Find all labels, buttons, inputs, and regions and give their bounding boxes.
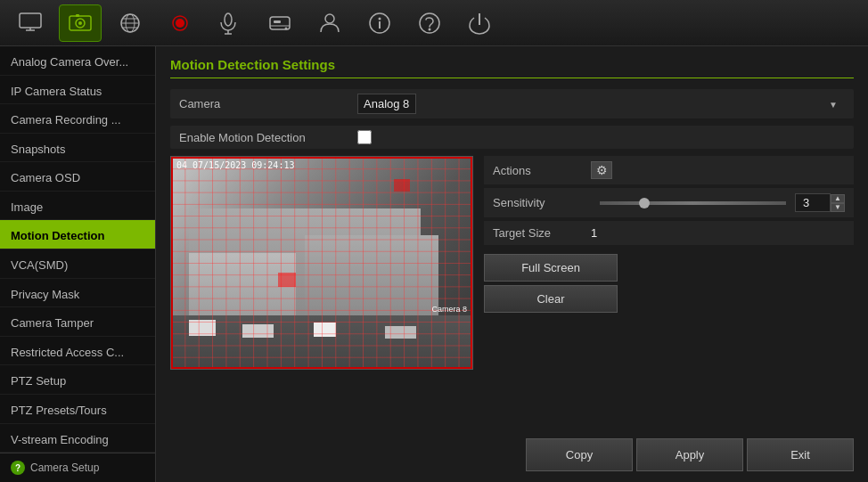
info-icon[interactable] bbox=[358, 4, 401, 42]
camera-timestamp: 04 07/15/2023 09:24:13 bbox=[176, 160, 294, 170]
sidebar-item-camera-tamper[interactable]: Camera Tamper bbox=[0, 307, 155, 337]
motion-box-1 bbox=[394, 179, 410, 192]
svg-point-19 bbox=[285, 27, 288, 29]
sensitivity-label: Sensitivity bbox=[493, 196, 591, 209]
sidebar: Analog Camera Over... IP Camera Status C… bbox=[0, 46, 156, 482]
camera-setup-icon: ? bbox=[11, 461, 25, 475]
clear-button[interactable]: Clear bbox=[484, 285, 618, 313]
network-icon[interactable] bbox=[109, 4, 151, 42]
svg-rect-20 bbox=[274, 20, 281, 23]
sensitivity-up-button[interactable]: ▲ bbox=[831, 194, 845, 203]
enable-motion-checkbox[interactable] bbox=[357, 130, 372, 144]
record-icon[interactable] bbox=[159, 4, 201, 42]
sidebar-item-v-stream-encoding[interactable]: V-stream Encoding bbox=[0, 424, 155, 453]
actions-row: Actions ⚙ bbox=[484, 156, 854, 184]
middle-area: 04 07/15/2023 09:24:13 Camera 8 Actions … bbox=[170, 156, 854, 431]
svg-point-24 bbox=[379, 17, 381, 20]
enable-motion-label: Enable Motion Detection bbox=[179, 131, 357, 144]
target-size-label: Target Size bbox=[493, 226, 591, 240]
exit-button[interactable]: Exit bbox=[747, 438, 854, 471]
user-icon[interactable] bbox=[308, 4, 351, 42]
camera-select[interactable]: Analog 8 bbox=[357, 94, 416, 114]
sensitivity-down-button[interactable]: ▼ bbox=[831, 203, 845, 212]
power-icon[interactable] bbox=[458, 4, 501, 42]
enable-motion-row: Enable Motion Detection bbox=[170, 126, 854, 149]
svg-point-21 bbox=[325, 14, 334, 23]
sidebar-item-image[interactable]: Image bbox=[0, 192, 155, 221]
sidebar-item-ptz-presets-tours[interactable]: PTZ Presets/Tours bbox=[0, 395, 155, 424]
monitor-icon[interactable] bbox=[9, 4, 52, 42]
sidebar-item-motion-detection[interactable]: Motion Detection bbox=[0, 220, 155, 249]
toolbar bbox=[0, 0, 868, 46]
sidebar-item-restricted-access[interactable]: Restricted Access C... bbox=[0, 337, 155, 366]
target-size-row: Target Size 1 bbox=[484, 221, 854, 245]
sensitivity-number-input[interactable] bbox=[795, 193, 831, 212]
audio-icon[interactable] bbox=[209, 4, 251, 42]
sidebar-item-ptz-setup[interactable]: PTZ Setup bbox=[0, 365, 155, 395]
sidebar-item-camera-recording[interactable]: Camera Recording ... bbox=[0, 104, 155, 134]
svg-point-13 bbox=[176, 19, 184, 28]
camera-select-wrapper: Analog 8 bbox=[357, 94, 845, 114]
svg-point-5 bbox=[78, 21, 82, 25]
action-buttons: Full Screen Clear bbox=[484, 254, 854, 313]
sidebar-footer: ? Camera Setup bbox=[0, 453, 155, 482]
full-screen-button[interactable]: Full Screen bbox=[484, 254, 618, 282]
svg-point-26 bbox=[429, 28, 431, 30]
actions-gear-button[interactable]: ⚙ bbox=[591, 161, 612, 179]
content-area: Motion Detection Settings Camera Analog … bbox=[156, 46, 868, 482]
camera-preview[interactable]: 04 07/15/2023 09:24:13 Camera 8 bbox=[170, 156, 473, 370]
settings-panel: Actions ⚙ Sensitivity ▲ ▼ Target Size bbox=[484, 156, 854, 431]
sensitivity-slider[interactable] bbox=[600, 201, 786, 205]
camera-row: Camera Analog 8 bbox=[170, 89, 854, 118]
help-icon[interactable] bbox=[408, 4, 451, 42]
camera-label-overlay: Camera 8 bbox=[431, 305, 467, 314]
apply-button[interactable]: Apply bbox=[636, 438, 743, 471]
sidebar-item-privacy-mask[interactable]: Privacy Mask bbox=[0, 279, 155, 308]
sidebar-footer-label: Camera Setup bbox=[30, 462, 99, 474]
svg-rect-0 bbox=[20, 13, 41, 28]
sidebar-item-analog-camera-over[interactable]: Analog Camera Over... bbox=[0, 46, 155, 76]
svg-rect-6 bbox=[76, 14, 79, 17]
target-size-value: 1 bbox=[591, 226, 845, 240]
sidebar-item-snapshots[interactable]: Snapshots bbox=[0, 134, 155, 163]
sidebar-item-camera-osd[interactable]: Camera OSD bbox=[0, 162, 155, 192]
sidebar-item-vca-smd[interactable]: VCA(SMD) bbox=[0, 249, 155, 279]
page-title: Motion Detection Settings bbox=[170, 57, 854, 78]
copy-button[interactable]: Copy bbox=[526, 438, 633, 471]
main-layout: Analog Camera Over... IP Camera Status C… bbox=[0, 46, 868, 482]
sensitivity-row: Sensitivity ▲ ▼ bbox=[484, 188, 854, 217]
sensitivity-spinner: ▲ ▼ bbox=[831, 194, 845, 212]
bottom-bar: Copy Apply Exit bbox=[170, 431, 854, 471]
svg-point-14 bbox=[225, 13, 232, 26]
motion-box-2 bbox=[278, 273, 296, 287]
sidebar-item-ip-camera-status[interactable]: IP Camera Status bbox=[0, 76, 155, 105]
hdd-icon[interactable] bbox=[258, 4, 301, 42]
camera-label: Camera bbox=[179, 97, 357, 110]
camera-icon[interactable] bbox=[59, 4, 102, 42]
camera-grid-overlay bbox=[171, 157, 472, 369]
actions-label: Actions bbox=[493, 164, 591, 177]
